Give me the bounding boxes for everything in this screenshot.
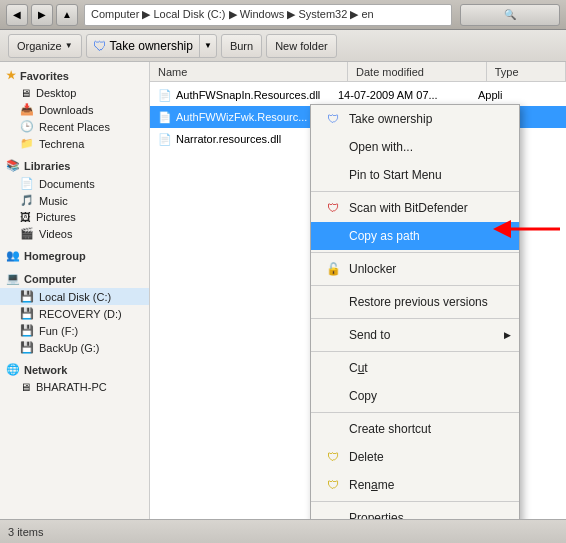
network-icon: 🌐	[6, 363, 20, 376]
organize-arrow: ▼	[65, 41, 73, 50]
toolbar: Organize ▼ 🛡 Take ownership ▼ Burn New f…	[0, 30, 566, 62]
content-area: Name Date modified Type 📄 AuthFWSnapIn.R…	[150, 62, 566, 519]
file-item-authfwsnapin[interactable]: 📄 AuthFWSnapIn.Resources.dll 14-07-2009 …	[150, 84, 566, 106]
sidebar-item-fun-f[interactable]: 💾 Fun (F:)	[0, 322, 149, 339]
sidebar-item-desktop[interactable]: 🖥 Desktop	[0, 85, 149, 101]
ctx-copy-icon	[323, 386, 343, 406]
documents-label: Documents	[39, 178, 95, 190]
ctx-shortcut-icon	[323, 419, 343, 439]
new-folder-label: New folder	[275, 40, 328, 52]
network-label: Network	[24, 364, 67, 376]
nav-buttons: ◀ ▶ ▲	[6, 4, 78, 26]
ctx-restore-versions[interactable]: Restore previous versions	[311, 288, 519, 316]
ctx-cut[interactable]: Cut	[311, 354, 519, 382]
ctx-copy-label: Copy	[349, 389, 377, 403]
file-label-authfwwizfwk: AuthFWWizFwk.Resourc...	[176, 111, 307, 123]
sidebar-item-pictures[interactable]: 🖼 Pictures	[0, 209, 149, 225]
title-bar: ◀ ▶ ▲ Computer ▶ Local Disk (C:) ▶ Windo…	[0, 0, 566, 30]
ctx-create-shortcut[interactable]: Create shortcut	[311, 415, 519, 443]
address-text: Computer ▶ Local Disk (C:) ▶ Windows ▶ S…	[91, 8, 374, 21]
sidebar-item-documents[interactable]: 📄 Documents	[0, 175, 149, 192]
computer-header[interactable]: 💻 Computer	[0, 269, 149, 288]
search-box[interactable]: 🔍	[460, 4, 560, 26]
file-label-authfwsnapin: AuthFWSnapIn.Resources.dll	[176, 89, 320, 101]
new-folder-button[interactable]: New folder	[266, 34, 337, 58]
sidebar-item-techrena[interactable]: 📁 Techrena	[0, 135, 149, 152]
desktop-label: Desktop	[36, 87, 76, 99]
homegroup-header[interactable]: 👥 Homegroup	[0, 246, 149, 265]
ctx-take-ownership[interactable]: 🛡 Take ownership	[311, 105, 519, 133]
ctx-unlocker-label: Unlocker	[349, 262, 396, 276]
ctx-send-label: Send to	[349, 328, 390, 342]
ownership-main[interactable]: 🛡 Take ownership	[87, 35, 199, 57]
homegroup-section: 👥 Homegroup	[0, 246, 149, 265]
back-button[interactable]: ◀	[6, 4, 28, 26]
ctx-open-with[interactable]: Open with...	[311, 133, 519, 161]
ctx-shortcut-label: Create shortcut	[349, 422, 431, 436]
sidebar-item-videos[interactable]: 🎬 Videos	[0, 225, 149, 242]
ctx-send-icon	[323, 325, 343, 345]
ctx-sep-4	[311, 318, 519, 319]
sidebar: ★ Favorites 🖥 Desktop 📥 Downloads 🕒 Rece…	[0, 62, 150, 519]
ctx-delete[interactable]: 🛡 Delete	[311, 443, 519, 471]
ctx-rename[interactable]: 🛡 Rename	[311, 471, 519, 499]
pictures-icon: 🖼	[20, 211, 31, 223]
ownership-icon: 🛡	[93, 38, 107, 54]
downloads-label: Downloads	[39, 104, 93, 116]
up-button[interactable]: ▲	[56, 4, 78, 26]
ctx-properties[interactable]: Properties	[311, 504, 519, 519]
ctx-shield-icon: 🛡	[323, 109, 343, 129]
ctx-unlocker[interactable]: 🔓 Unlocker	[311, 255, 519, 283]
sidebar-item-bharath-pc[interactable]: 🖥 BHARATH-PC	[0, 379, 149, 395]
techrena-label: Techrena	[39, 138, 84, 150]
status-text: 3 items	[8, 526, 43, 538]
col-type[interactable]: Type	[487, 62, 566, 81]
computer-label: Computer	[24, 273, 76, 285]
libraries-header[interactable]: 📚 Libraries	[0, 156, 149, 175]
ctx-open-with-label: Open with...	[349, 140, 413, 154]
address-bar[interactable]: Computer ▶ Local Disk (C:) ▶ Windows ▶ S…	[84, 4, 452, 26]
network-header[interactable]: 🌐 Network	[0, 360, 149, 379]
burn-button[interactable]: Burn	[221, 34, 262, 58]
status-bar: 3 items	[0, 519, 566, 543]
ctx-properties-icon	[323, 508, 343, 519]
col-date[interactable]: Date modified	[348, 62, 487, 81]
ctx-copy[interactable]: Copy	[311, 382, 519, 410]
bharath-pc-label: BHARATH-PC	[36, 381, 107, 393]
ctx-pin-start[interactable]: Pin to Start Menu	[311, 161, 519, 189]
forward-button[interactable]: ▶	[31, 4, 53, 26]
ctx-cut-label: Cut	[349, 361, 368, 375]
ctx-copy-path[interactable]: Copy as path	[311, 222, 519, 250]
libraries-section: 📚 Libraries 📄 Documents 🎵 Music 🖼 Pictur…	[0, 156, 149, 242]
col-name[interactable]: Name	[150, 62, 348, 81]
ctx-send-to[interactable]: Send to ▶	[311, 321, 519, 349]
local-disk-c-icon: 💾	[20, 290, 34, 303]
recent-icon: 🕒	[20, 120, 34, 133]
sidebar-item-music[interactable]: 🎵 Music	[0, 192, 149, 209]
sidebar-item-backup-g[interactable]: 💾 BackUp (G:)	[0, 339, 149, 356]
sidebar-item-downloads[interactable]: 📥 Downloads	[0, 101, 149, 118]
dll-icon-2: 📄	[158, 111, 172, 124]
ownership-button[interactable]: 🛡 Take ownership ▼	[86, 34, 217, 58]
sidebar-item-local-disk-c[interactable]: 💾 Local Disk (C:)	[0, 288, 149, 305]
organize-label: Organize	[17, 40, 62, 52]
desktop-icon: 🖥	[20, 87, 31, 99]
column-headers: Name Date modified Type	[150, 62, 566, 82]
organize-button[interactable]: Organize ▼	[8, 34, 82, 58]
favorites-header[interactable]: ★ Favorites	[0, 66, 149, 85]
dll-icon-1: 📄	[158, 89, 172, 102]
ctx-copy-path-label: Copy as path	[349, 229, 420, 243]
sidebar-item-recovery-d[interactable]: 💾 RECOVERY (D:)	[0, 305, 149, 322]
star-icon: ★	[6, 69, 16, 82]
favorites-section: ★ Favorites 🖥 Desktop 📥 Downloads 🕒 Rece…	[0, 66, 149, 152]
library-icon: 📚	[6, 159, 20, 172]
recovery-d-icon: 💾	[20, 307, 34, 320]
sidebar-item-recent[interactable]: 🕒 Recent Places	[0, 118, 149, 135]
file-label-narrator: Narrator.resources.dll	[176, 133, 281, 145]
ctx-delete-label: Delete	[349, 450, 384, 464]
computer-section: 💻 Computer 💾 Local Disk (C:) 💾 RECOVERY …	[0, 269, 149, 356]
music-icon: 🎵	[20, 194, 34, 207]
ctx-scan-bitdefender[interactable]: 🛡 Scan with BitDefender	[311, 194, 519, 222]
ownership-dropdown[interactable]: ▼	[199, 35, 216, 57]
ctx-open-icon	[323, 137, 343, 157]
